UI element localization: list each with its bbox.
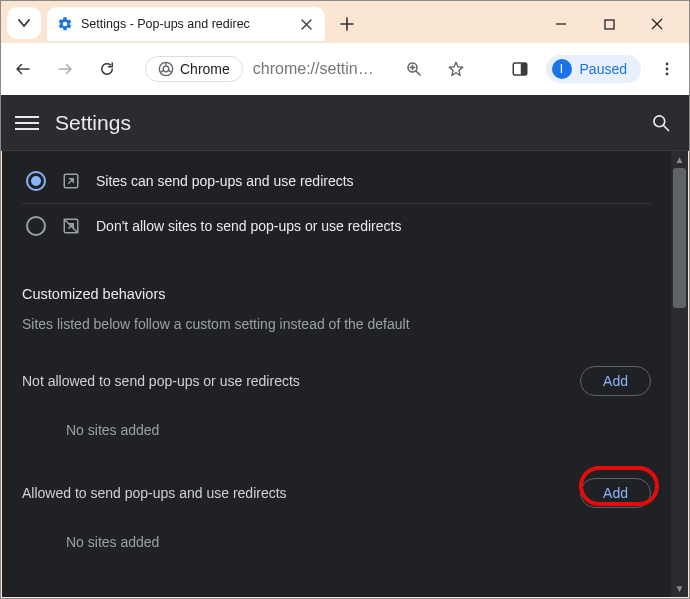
allowed-row: Allowed to send pop-ups and use redirect… xyxy=(22,470,651,516)
scroll-up-arrow[interactable]: ▲ xyxy=(671,151,688,168)
not-allowed-label: Not allowed to send pop-ups or use redir… xyxy=(22,373,300,389)
radio-icon-selected xyxy=(26,171,46,191)
window-close-button[interactable] xyxy=(635,9,679,39)
svg-rect-5 xyxy=(520,63,526,75)
radio-block-popups[interactable]: Don't allow sites to send pop-ups or use… xyxy=(22,204,651,248)
titlebar: Settings - Pop-ups and redirec xyxy=(1,1,689,43)
address-bar-url[interactable]: chrome://settin… xyxy=(253,60,388,78)
settings-viewport: Sites can send pop-ups and use redirects… xyxy=(2,151,688,597)
chrome-icon xyxy=(158,61,174,77)
add-not-allowed-button[interactable]: Add xyxy=(580,366,651,396)
settings-header: Settings xyxy=(1,95,689,151)
customized-behaviors-heading: Customized behaviors xyxy=(22,286,651,302)
gear-icon xyxy=(57,16,73,32)
side-panel-button[interactable] xyxy=(504,53,536,85)
new-tab-button[interactable] xyxy=(333,10,361,38)
window-minimize-button[interactable] xyxy=(539,9,583,39)
add-allowed-button[interactable]: Add xyxy=(580,478,651,508)
allowed-empty: No sites added xyxy=(22,516,651,568)
bookmark-button[interactable] xyxy=(440,53,472,85)
svg-rect-0 xyxy=(605,20,614,29)
browser-menu-button[interactable] xyxy=(651,53,683,85)
window-maximize-button[interactable] xyxy=(587,9,631,39)
scrollbar[interactable]: ▲ ▼ xyxy=(671,151,688,597)
tab-search-button[interactable] xyxy=(7,7,41,39)
chrome-origin-chip[interactable]: Chrome xyxy=(145,56,243,82)
settings-menu-button[interactable] xyxy=(15,111,39,135)
browser-tab[interactable]: Settings - Pop-ups and redirec xyxy=(47,7,325,41)
forward-button[interactable] xyxy=(49,53,81,85)
svg-point-6 xyxy=(666,63,669,66)
scroll-thumb[interactable] xyxy=(673,168,686,308)
not-allowed-row: Not allowed to send pop-ups or use redir… xyxy=(22,358,651,404)
radio-block-label: Don't allow sites to send pop-ups or use… xyxy=(96,218,401,234)
back-button[interactable] xyxy=(7,53,39,85)
radio-icon-unselected xyxy=(26,216,46,236)
chrome-chip-label: Chrome xyxy=(180,61,230,77)
tab-close-button[interactable] xyxy=(297,15,315,33)
zoom-button[interactable] xyxy=(398,53,430,85)
tab-title: Settings - Pop-ups and redirec xyxy=(81,17,297,31)
svg-point-7 xyxy=(666,68,669,71)
page-title: Settings xyxy=(55,111,131,135)
not-allowed-empty: No sites added xyxy=(22,404,651,456)
window-controls xyxy=(539,7,685,39)
settings-search-button[interactable] xyxy=(647,109,675,137)
reload-button[interactable] xyxy=(91,53,123,85)
avatar: I xyxy=(552,59,572,79)
popup-blocked-icon xyxy=(62,217,80,235)
radio-allow-label: Sites can send pop-ups and use redirects xyxy=(96,173,354,189)
popup-open-icon xyxy=(62,172,80,190)
svg-point-8 xyxy=(666,73,669,76)
customized-behaviors-sub: Sites listed below follow a custom setti… xyxy=(22,316,651,332)
svg-point-2 xyxy=(163,66,169,72)
allowed-label: Allowed to send pop-ups and use redirect… xyxy=(22,485,287,501)
radio-allow-popups[interactable]: Sites can send pop-ups and use redirects xyxy=(22,159,651,203)
scroll-track[interactable] xyxy=(671,168,688,580)
scroll-down-arrow[interactable]: ▼ xyxy=(671,580,688,597)
settings-content: Sites can send pop-ups and use redirects… xyxy=(2,151,671,597)
browser-toolbar: Chrome chrome://settin… I Paused xyxy=(1,43,689,95)
paused-label: Paused xyxy=(580,61,627,77)
profile-paused-pill[interactable]: I Paused xyxy=(546,55,641,83)
